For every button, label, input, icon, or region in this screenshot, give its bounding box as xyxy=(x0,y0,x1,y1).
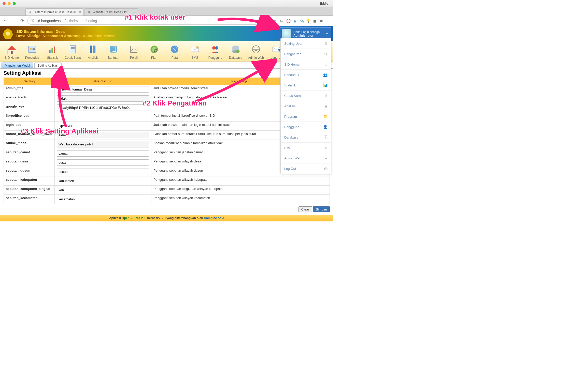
setting-input-google_key[interactable] xyxy=(57,104,149,111)
setting-input-login_title[interactable] xyxy=(57,123,149,129)
toolbar-statistik[interactable]: Statistik xyxy=(42,43,63,59)
toolbar-label: Bantuan xyxy=(103,56,124,59)
dropdown-item-program[interactable]: Program📁 xyxy=(281,111,331,122)
setting-input-sebutan_desa[interactable] xyxy=(57,159,149,166)
toolbar-peta[interactable]: Peta xyxy=(164,43,185,59)
reload-icon[interactable]: ⟳ xyxy=(20,18,24,24)
toolbar-label: Plan xyxy=(144,56,164,59)
dropdown-item-admin-web[interactable]: Admin Web☁ xyxy=(281,153,331,163)
ext-block-icon[interactable]: 🚫 xyxy=(286,19,291,23)
dropdown-label: Statistik xyxy=(284,83,296,87)
svg-rect-2 xyxy=(11,51,12,54)
browser-tab-active[interactable]: ◎ Sistem Informasi Desa Desa ki × xyxy=(25,8,84,16)
setting-select-nomor_terakhir_semua_surat[interactable]: Tidak xyxy=(57,132,149,138)
dropdown-label: Pengguna xyxy=(284,125,299,129)
ext-clip-icon[interactable]: 📎 xyxy=(299,19,304,23)
browser-tab[interactable]: ✺ Website Resmi Desa kilot... × xyxy=(84,8,138,16)
site-info-icon[interactable]: ⓘ xyxy=(31,19,34,23)
address-input[interactable]: ⓘ sid.bangundesa.info/index.php/setting … xyxy=(27,17,270,25)
traffic-lights xyxy=(3,2,16,5)
toolbar-admin-web[interactable]: Admin Web xyxy=(246,43,266,59)
toolbar-label: Analisis xyxy=(83,56,103,59)
form-actions: Clear Simpan xyxy=(0,204,333,215)
svg-point-24 xyxy=(212,46,216,50)
ext-tag-icon[interactable]: 🏷 xyxy=(279,19,284,23)
ext-badge-icon[interactable]: ▣ xyxy=(312,19,317,23)
toolbar-cetak-surat[interactable]: Cetak Surat xyxy=(63,43,83,59)
toolbar-bantuan[interactable]: Bantuan xyxy=(103,43,124,59)
toolbar-label: SID Home xyxy=(2,56,22,59)
toolbar-penduduk[interactable]: Penduduk xyxy=(22,43,42,59)
svg-point-0 xyxy=(6,32,10,36)
toolbar-pengguna[interactable]: Pengguna xyxy=(205,43,225,59)
forward-icon[interactable]: → xyxy=(12,18,16,24)
dropdown-label: SMS xyxy=(284,146,291,150)
dropdown-item-analisis[interactable]: Analisis◉ xyxy=(281,101,331,111)
footer-text: Aplikasi xyxy=(109,216,122,220)
dropdown-item-setting-user[interactable]: Setting User⚙ xyxy=(281,38,331,49)
toolbar-database[interactable]: +Database xyxy=(225,43,246,59)
dropdown-icon: ⏻ xyxy=(324,167,328,171)
dropdown-item-pengguna[interactable]: Pengguna👤 xyxy=(281,122,331,132)
dropdown-item-penduduk[interactable]: Penduduk👥 xyxy=(281,70,331,80)
close-tab-icon[interactable]: × xyxy=(79,10,81,14)
dropdown-icon: 👥 xyxy=(323,73,328,77)
toolbar-plan[interactable]: Plan xyxy=(144,43,164,59)
address-bar-row: ← → ⟳ ⓘ sid.bangundesa.info/index.php/se… xyxy=(0,16,333,26)
dropdown-item-pengaturan[interactable]: Pengaturan⚙ xyxy=(281,49,331,59)
setting-description: Pengganti sebutan singkatan wilayah kabu… xyxy=(151,186,330,195)
close-window-icon[interactable] xyxy=(3,2,6,5)
footer-app-link[interactable]: OpenSID pra-2.0 xyxy=(122,216,145,220)
ext-app-icon[interactable]: ◼ xyxy=(319,19,324,23)
bookmark-star-icon[interactable]: ☆ xyxy=(263,19,266,23)
setting-input-sebutan_kecamatan[interactable] xyxy=(57,196,149,202)
ext-mail-icon[interactable]: ✉ xyxy=(273,19,277,23)
toolbar-analisis[interactable]: Analisis xyxy=(83,43,103,59)
dropdown-item-sid-home[interactable]: SID Home⌂ xyxy=(281,59,331,70)
toolbar-label: Cetak Surat xyxy=(63,56,83,59)
maximize-window-icon[interactable] xyxy=(13,2,16,5)
toolbar-label: Peta xyxy=(164,56,185,59)
dropdown-label: Database xyxy=(284,135,298,139)
ext-wifi-icon[interactable]: ◉ xyxy=(293,19,297,23)
dropdown-item-log-out[interactable]: Log Out⏻ xyxy=(281,163,331,174)
penduduk-icon xyxy=(22,43,42,55)
dropdown-label: Pengaturan xyxy=(284,52,301,56)
setting-input-sebutan_camat[interactable] xyxy=(57,150,149,157)
setting-input-sebutan_dusun[interactable] xyxy=(57,169,149,175)
tab-setting-aplikasi[interactable]: Setting Aplikasi xyxy=(34,63,62,68)
browser-profile-name[interactable]: Eddie xyxy=(320,2,331,5)
clear-button[interactable]: Clear xyxy=(298,206,312,212)
svg-rect-13 xyxy=(90,46,92,53)
statistik-icon xyxy=(42,43,63,55)
svg-rect-8 xyxy=(51,48,53,53)
svg-rect-14 xyxy=(93,46,95,53)
setting-select-enable_track[interactable]: Tidak xyxy=(57,95,149,102)
setting-input-libreoffice_path[interactable] xyxy=(57,114,149,120)
plan-icon xyxy=(144,43,164,55)
setting-input-admin_title[interactable] xyxy=(57,86,149,93)
setting-key: enable_track xyxy=(4,94,55,103)
setting-input-sebutan_kabupaten_singkat[interactable] xyxy=(57,187,149,193)
toolbar-label: Database xyxy=(225,56,246,59)
toolbar-persil[interactable]: Persil xyxy=(124,43,144,59)
footer-combine-link[interactable]: Combine.or.id xyxy=(204,216,224,220)
dropdown-item-statistik[interactable]: Statistik📊 xyxy=(281,80,331,91)
setting-select-offline_mode[interactable]: Web bisa diakses publik xyxy=(57,141,149,147)
tab-manajemen-modul[interactable]: Manajemen Modul xyxy=(2,63,33,68)
dropdown-item-sms[interactable]: SMS✉ xyxy=(281,143,331,153)
back-icon[interactable]: ← xyxy=(3,18,8,24)
dropdown-icon: ✉ xyxy=(324,146,328,150)
save-button[interactable]: Simpan xyxy=(313,206,330,212)
toolbar-sms[interactable]: SMS xyxy=(185,43,205,59)
dropdown-label: SID Home xyxy=(284,63,300,66)
ext-idea-icon[interactable]: 💡 xyxy=(306,19,310,23)
dropdown-icon: ⌂ xyxy=(325,62,328,66)
setting-input-sebutan_kabupaten[interactable] xyxy=(57,178,149,184)
dropdown-item-cetak-surat[interactable]: Cetak Surat🖨 xyxy=(281,91,331,101)
dropdown-item-database[interactable]: Database🗄 xyxy=(281,132,331,143)
close-tab-icon[interactable]: × xyxy=(134,10,135,14)
toolbar-sid-home[interactable]: SID Home xyxy=(2,43,22,59)
minimize-window-icon[interactable] xyxy=(8,2,11,5)
menu-icon[interactable]: ⋮ xyxy=(326,19,330,23)
